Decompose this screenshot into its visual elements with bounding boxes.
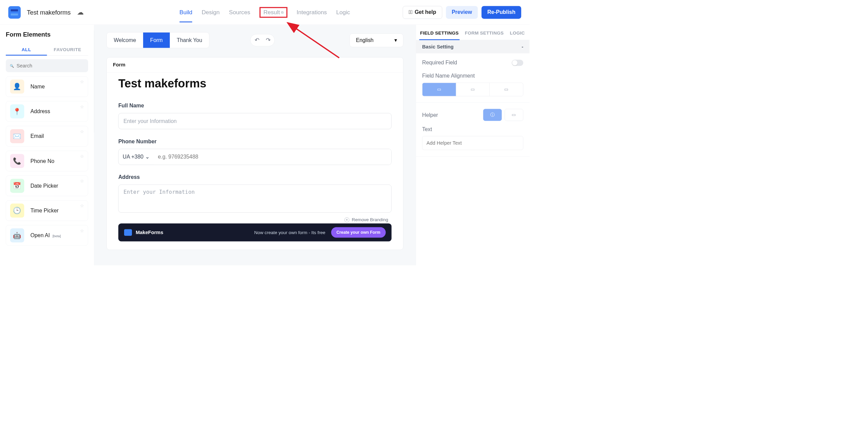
required-toggle[interactable] [512,60,523,66]
time-element-icon: 🕒 [10,204,24,218]
nav-design[interactable]: Design [202,7,220,18]
form-card-title: Form [107,58,403,73]
tab-logic[interactable]: LOGIC [510,30,525,40]
undo-icon[interactable]: ↶ [255,37,259,44]
logo-icon [8,6,21,19]
remove-branding-label[interactable]: Remove Branding [352,217,388,223]
element-time-picker[interactable]: 🕒 Time Picker ☆ [6,200,88,221]
republish-button[interactable]: Re-Publish [481,6,521,19]
favourite-star-icon[interactable]: ☆ [80,179,84,184]
form-name[interactable]: Test makeforms [27,9,71,16]
nav-result-label: Result [263,9,280,16]
beta-badge: [beta] [53,234,61,237]
element-date-picker[interactable]: 📅 Date Picker ☆ [6,175,88,196]
helper-text-input[interactable] [422,136,523,150]
element-label: Time Picker [31,207,59,214]
help-icon: ？⃝ [409,9,413,16]
sidebar-tab-favourite[interactable]: FAVOURITE [47,44,88,56]
section-basic-setting[interactable]: Basic Setting - [416,40,530,53]
country-code-value: UA +380 [123,154,143,160]
element-open-ai[interactable]: 🤖 Open AI [beta] ☆ [6,225,88,246]
sidebar-title: Form Elements [6,31,88,38]
tab-form-settings[interactable]: FORM SETTINGS [465,30,504,40]
elements-search[interactable]: 🔍 [6,59,88,72]
required-field-label: Required Field [422,60,457,66]
field-label: Phone Number [118,138,392,145]
address-input[interactable] [118,185,392,213]
full-name-input[interactable] [118,113,392,129]
step-welcome[interactable]: Welcome [107,33,143,48]
nav-sources[interactable]: Sources [229,7,250,18]
element-name[interactable]: 👤 Name ☆ [6,76,88,97]
name-element-icon: 👤 [10,80,24,94]
remove-branding-row: ✕ Remove Branding [118,215,392,223]
makeforms-logo-icon [124,229,132,236]
field-address[interactable]: Address [118,174,392,214]
language-select[interactable]: English ▾ [350,34,403,47]
helper-text-label: Text [422,126,523,133]
favourite-star-icon[interactable]: ☆ [80,154,84,159]
element-address[interactable]: 📍 Address ☆ [6,101,88,122]
country-code-select[interactable]: UA +380 ⌄ [119,149,154,165]
align-center-button[interactable]: ▭ [456,83,490,96]
field-phone-number[interactable]: Phone Number UA +380 ⌄ [118,138,392,165]
search-icon: 🔍 [10,64,14,68]
element-phone[interactable]: 📞 Phone No ☆ [6,151,88,171]
nav-logic[interactable]: Logic [336,7,350,18]
canvas-toolbar: Welcome Form Thank You ↶ ↷ English ▾ [106,32,403,48]
element-email[interactable]: ✉️ Email ☆ [6,126,88,146]
search-input[interactable] [17,63,84,68]
setting-required: Required Field [422,60,523,66]
step-form[interactable]: Form [143,33,170,48]
tab-field-settings[interactable]: FIELD SETTINGS [420,30,459,40]
phone-element-icon: 📞 [10,154,24,168]
collapse-icon[interactable]: - [521,44,523,49]
top-header: Test makeforms ☁ Build Design Sources Re… [0,0,530,25]
favourite-star-icon[interactable]: ☆ [80,104,84,109]
date-element-icon: 📅 [10,179,24,193]
form-card: Form Test makeforms Full Name Phone Numb… [106,57,403,250]
element-label: Address [31,108,50,115]
favourite-star-icon[interactable]: ☆ [80,203,84,209]
element-label-text: Open AI [31,232,50,238]
field-label: Full Name [118,103,392,109]
favourite-star-icon[interactable]: ☆ [80,79,84,85]
language-value: English [356,37,374,43]
nav-integrations[interactable]: Integrations [297,7,327,18]
form-canvas: Welcome Form Thank You ↶ ↷ English ▾ For… [94,25,416,265]
cloud-sync-icon[interactable]: ☁ [77,8,84,16]
undo-redo: ↶ ↷ [250,34,275,46]
helper-row: Helper ⓘ ▭ [422,109,523,121]
alignment-group: ▭ ▭ ▭ [422,83,523,96]
favourite-star-icon[interactable]: ☆ [80,228,84,233]
redo-icon[interactable]: ↷ [266,37,271,44]
element-label: Date Picker [31,183,58,189]
helper-tooltip-button[interactable]: ⓘ [483,109,502,121]
align-right-button[interactable]: ▭ [490,83,523,96]
phone-input[interactable] [154,149,392,165]
elements-sidebar: Form Elements ALL FAVOURITE 🔍 👤 Name ☆ 📍… [0,25,94,265]
promo-cta-button[interactable]: Create your own Form [331,227,386,237]
field-label: Address [118,174,392,181]
field-full-name[interactable]: Full Name [118,103,392,129]
favourite-star-icon[interactable]: ☆ [80,129,84,134]
get-help-button[interactable]: ？⃝ Get help [403,6,442,19]
preview-button[interactable]: Preview [446,6,478,19]
nav-build[interactable]: Build [179,7,192,18]
element-label: Name [31,83,45,90]
nav-result[interactable]: Result ⧉ [259,7,287,18]
top-nav: Build Design Sources Result ⧉ Integratio… [179,7,350,18]
helper-label: Helper [422,112,438,118]
sidebar-tab-all[interactable]: ALL [6,44,47,56]
close-icon[interactable]: ✕ [344,218,350,223]
header-actions: ？⃝ Get help Preview Re-Publish [403,6,521,19]
sidebar-tabs: ALL FAVOURITE [6,44,88,56]
settings-tabs: FIELD SETTINGS FORM SETTINGS LOGIC [416,25,530,40]
helper-inline-button[interactable]: ▭ [505,109,523,121]
form-title[interactable]: Test makeforms [118,77,392,90]
align-left-button[interactable]: ▭ [422,83,456,96]
email-element-icon: ✉️ [10,129,24,143]
step-thank-you[interactable]: Thank You [170,33,209,48]
promo-tagline: Now create your own form - Its free [254,230,326,235]
chevron-down-icon: ⌄ [145,154,150,160]
